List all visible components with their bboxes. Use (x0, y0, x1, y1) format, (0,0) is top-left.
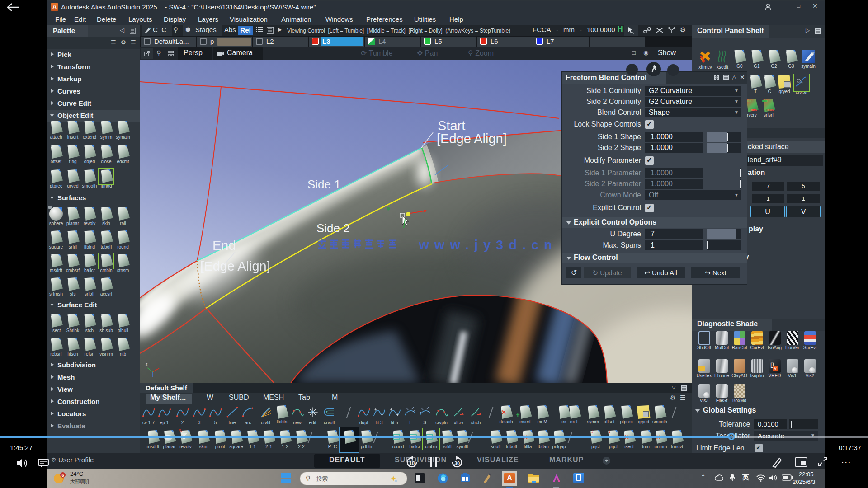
svg-text:30: 30 (454, 460, 460, 466)
svg-text:6: 6 (61, 473, 64, 478)
svg-text:Start: Start (438, 118, 465, 133)
svg-text:10: 10 (409, 460, 415, 466)
svg-text:Side 2: Side 2 (316, 221, 350, 235)
svg-text:www.jy3d.cn: www.jy3d.cn (418, 238, 557, 252)
svg-text:Side 1: Side 1 (307, 178, 341, 191)
svg-text:z: z (146, 362, 148, 366)
svg-text:[Edge Align]: [Edge Align] (200, 259, 270, 273)
svg-text:[Edge Align]: [Edge Align] (437, 131, 507, 146)
svg-text:End: End (212, 238, 236, 253)
